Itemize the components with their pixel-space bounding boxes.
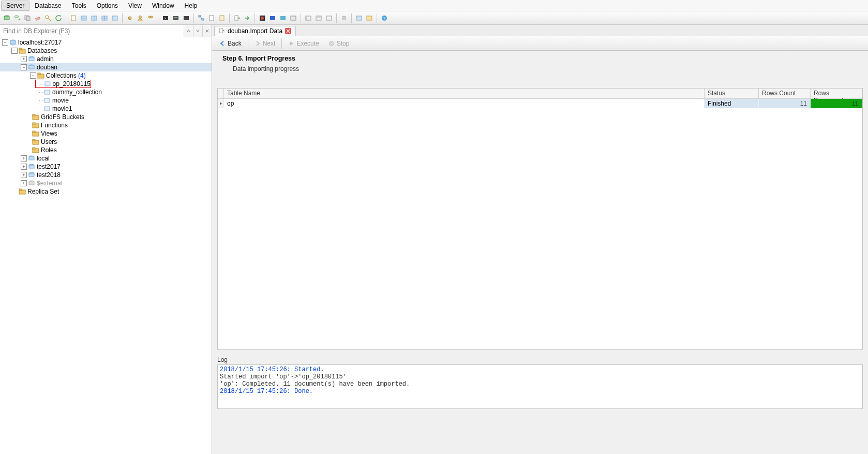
tree-db-test2017[interactable]: +test2017 xyxy=(0,163,212,171)
tree-collection-movie1[interactable]: movie1 xyxy=(0,105,212,113)
tree-functions-label: Functions xyxy=(41,122,68,129)
svg-point-52 xyxy=(10,43,16,45)
tb-arrow-icon[interactable] xyxy=(243,13,252,23)
menu-database[interactable]: Database xyxy=(29,1,66,11)
collapse-icon[interactable]: − xyxy=(2,39,8,46)
expand-icon[interactable]: + xyxy=(21,164,27,170)
collapse-icon[interactable]: − xyxy=(21,64,27,70)
grid-header-rows-count[interactable]: Rows Count xyxy=(759,89,811,98)
tree-databases[interactable]: − Databases xyxy=(0,47,212,55)
tb-layout2-icon[interactable] xyxy=(314,13,323,23)
wizard-execute-button[interactable]: Execute xyxy=(284,38,323,49)
collapse-icon[interactable]: − xyxy=(11,48,18,54)
tree-db-test2018[interactable]: +test2018 xyxy=(0,171,212,179)
grid-row[interactable]: op Finished 11 11 xyxy=(218,99,862,108)
tree-collection-op20180115[interactable]: op_20180115 xyxy=(35,80,91,88)
tb-grid4-icon[interactable] xyxy=(110,13,119,23)
tree-gridfs[interactable]: GridFS Buckets xyxy=(0,113,212,121)
explorer-search-down[interactable] xyxy=(193,25,202,37)
explorer-search-close[interactable] xyxy=(202,25,212,37)
tab-close-icon[interactable] xyxy=(285,28,291,34)
tb-grid1-icon[interactable] xyxy=(79,13,88,23)
tb-doc-icon[interactable] xyxy=(207,13,216,23)
wizard-back-button[interactable]: Back xyxy=(215,38,246,49)
explorer-search-input[interactable] xyxy=(0,25,184,37)
tb-image-icon[interactable] xyxy=(354,13,364,23)
wiz-sep xyxy=(281,38,282,49)
grid-header-status[interactable]: Status xyxy=(705,89,759,98)
tb-key-icon[interactable] xyxy=(43,13,53,23)
tb-win-icon[interactable] xyxy=(289,13,298,23)
collection-icon xyxy=(43,97,51,104)
tb-layout3-icon[interactable] xyxy=(324,13,334,23)
log-text: 'op': Completed. 11 document(s) have bee… xyxy=(220,380,410,388)
tb-sep xyxy=(193,13,194,23)
svg-rect-37 xyxy=(291,16,296,20)
folder-icon xyxy=(37,72,44,79)
svg-line-29 xyxy=(201,17,202,19)
menu-tools[interactable]: Tools xyxy=(67,1,92,11)
tree-collections[interactable]: − Collections (4) xyxy=(0,71,212,80)
svg-rect-56 xyxy=(29,57,34,61)
tb-connect-icon[interactable] xyxy=(2,13,11,23)
menu-view[interactable]: View xyxy=(123,1,147,11)
tb-layout-icon[interactable] xyxy=(304,13,313,23)
tree-db-douban[interactable]: − douban xyxy=(0,63,212,71)
tree-replica-set[interactable]: Replica Set xyxy=(0,187,212,196)
tb-doc2-icon[interactable] xyxy=(217,13,227,23)
tree-collection-dummy[interactable]: dummy_collection xyxy=(0,88,212,96)
tb-page-icon[interactable] xyxy=(69,13,78,23)
expand-icon[interactable]: + xyxy=(21,155,27,162)
tree-db-label: $external xyxy=(37,180,62,187)
menu-options[interactable]: Options xyxy=(92,1,123,11)
tree-functions[interactable]: Functions xyxy=(0,121,212,129)
wizard-next-button[interactable]: Next xyxy=(250,38,280,49)
grid-header-rows-processed[interactable]: Rows Processed xyxy=(811,89,862,98)
expand-icon[interactable]: + xyxy=(21,172,27,178)
tree-db-local[interactable]: +local xyxy=(0,154,212,163)
tb-term-icon[interactable] xyxy=(182,13,191,23)
tb-user-icon[interactable] xyxy=(136,13,145,23)
tb-blue-icon[interactable] xyxy=(268,13,277,23)
tb-users-icon[interactable] xyxy=(146,13,155,23)
tb-console-icon[interactable]: > xyxy=(161,13,170,23)
tb-refresh-icon[interactable] xyxy=(54,13,63,23)
db-tree[interactable]: − localhost:27017 − Databases + admin xyxy=(0,37,212,454)
log-output[interactable]: 2018/1/15 17:45:26: Started. Started imp… xyxy=(217,364,863,409)
tree-views[interactable]: Views xyxy=(0,129,212,138)
tb-settings-icon[interactable] xyxy=(339,13,349,23)
toolbar: + > xyxy=(0,11,868,25)
tree-users[interactable]: Users xyxy=(0,138,212,146)
tb-red-icon[interactable] xyxy=(258,13,267,23)
menu-server[interactable]: Server xyxy=(1,1,29,11)
tb-gear-icon[interactable] xyxy=(125,13,134,23)
wizard-stop-button[interactable]: Stop xyxy=(324,38,354,49)
tree-roles[interactable]: Roles xyxy=(0,146,212,154)
tb-eraser-icon[interactable] xyxy=(33,13,42,23)
grid-gutter-head xyxy=(218,89,224,98)
tree-db-admin[interactable]: + admin xyxy=(0,55,212,63)
tree-collection-movie[interactable]: movie xyxy=(0,96,212,105)
tb-grid2-icon[interactable] xyxy=(89,13,99,23)
svg-point-46 xyxy=(357,17,358,18)
tb-copy-icon[interactable] xyxy=(23,13,32,23)
explorer-search-up[interactable] xyxy=(184,25,193,37)
menu-window[interactable]: Window xyxy=(147,1,179,11)
tb-sql-icon[interactable] xyxy=(171,13,181,23)
tb-help-icon[interactable]: ? xyxy=(380,13,389,23)
tb-cyan-icon[interactable] xyxy=(278,13,288,23)
tb-import-icon[interactable] xyxy=(232,13,242,23)
collapse-icon[interactable]: − xyxy=(30,72,36,79)
tree-host[interactable]: − localhost:27017 xyxy=(0,38,212,47)
grid-header-table-name[interactable]: Table Name xyxy=(224,89,705,98)
tab-import-data[interactable]: douban.Import Data xyxy=(214,26,296,36)
tree-db-external[interactable]: +$external xyxy=(0,179,212,187)
tb-diagram-icon[interactable] xyxy=(197,13,206,23)
expand-icon[interactable]: + xyxy=(21,180,27,186)
tb-grid3-icon[interactable] xyxy=(100,13,109,23)
tb-db-plus-icon[interactable]: + xyxy=(12,13,22,23)
expand-icon[interactable]: + xyxy=(21,56,27,62)
tree-users-label: Users xyxy=(41,138,57,145)
menu-help[interactable]: Help xyxy=(179,1,203,11)
tb-flag-icon[interactable] xyxy=(365,13,374,23)
